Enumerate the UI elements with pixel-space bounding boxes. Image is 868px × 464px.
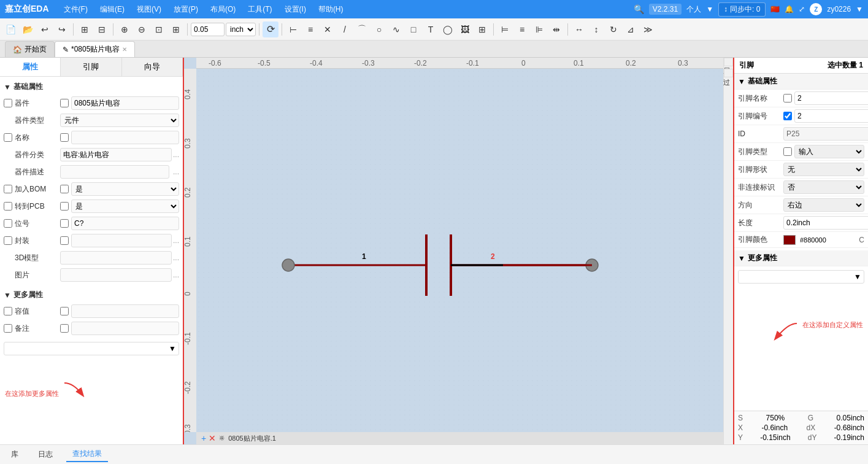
user-dropdown-icon[interactable]: ▼ (856, 5, 863, 14)
desc-input[interactable] (60, 165, 169, 179)
menu-layout[interactable]: 布局(O) (208, 3, 238, 16)
add-sheet-icon[interactable]: + (201, 433, 206, 443)
desc-more-icon[interactable]: ... (173, 168, 179, 176)
right-more-props-header[interactable]: ▼ 更多属性 (734, 250, 868, 266)
vtab-filter[interactable]: 过滤 (724, 69, 733, 77)
image-button[interactable]: 🖼 (457, 21, 473, 37)
footprint-vis-checkbox[interactable] (60, 236, 69, 245)
more-button[interactable]: ≫ (640, 21, 656, 37)
rotate-button[interactable]: ↻ (605, 21, 621, 37)
panel-tab-pins[interactable]: 引脚 (61, 58, 121, 76)
zoom-area-button[interactable]: ⊞ (168, 21, 184, 37)
table-button[interactable]: ⊞ (474, 21, 490, 37)
ellipse-button[interactable]: ◯ (440, 21, 456, 37)
designator-input[interactable] (71, 217, 179, 230)
pcb-vis-checkbox[interactable] (60, 202, 69, 211)
name-input[interactable] (71, 131, 179, 144)
designator-checkbox[interactable] (4, 219, 12, 228)
panel-tab-attributes[interactable]: 属性 (0, 58, 61, 76)
menu-place[interactable]: 放置(P) (171, 3, 201, 16)
pinname-input[interactable] (794, 91, 868, 105)
bom-checkbox[interactable] (4, 185, 12, 193)
length-input[interactable] (783, 216, 868, 230)
grid-button[interactable]: ⊞ (77, 21, 93, 37)
bom-select[interactable]: 是 否 (71, 182, 179, 196)
device-vis-checkbox[interactable] (60, 99, 69, 107)
pintype-select[interactable]: 输入 输出 双向 无源 (794, 145, 864, 158)
circle-button[interactable]: ○ (371, 21, 387, 37)
undo-button[interactable]: ↩ (37, 21, 53, 37)
pinname-checkbox[interactable] (783, 94, 792, 102)
redo-button[interactable]: ↪ (54, 21, 70, 37)
flip-h-button[interactable]: ↔ (571, 21, 587, 37)
open-button[interactable]: 📂 (20, 21, 36, 37)
devicetype-select[interactable]: 元件 模块 (60, 114, 179, 127)
sync-button[interactable]: ↕ 同步中: 0 (718, 2, 766, 17)
menu-file[interactable]: 文件(F) (61, 3, 90, 16)
canvas-content[interactable]: 1 2 (196, 69, 723, 432)
designator-vis-checkbox[interactable] (60, 219, 69, 228)
avatar[interactable]: Z (810, 3, 822, 15)
tab-home[interactable]: 🏠 开始页 (5, 41, 55, 57)
zoom-out-button[interactable]: ⊖ (134, 21, 150, 37)
pintype-checkbox[interactable] (783, 147, 792, 156)
name-vis-checkbox[interactable] (60, 133, 69, 142)
category-more-icon[interactable]: ... (173, 150, 179, 159)
tab-component[interactable]: ✎ *0805贴片电容 ✕ (55, 41, 135, 57)
direction-select[interactable]: 右边 左边 上边 下边 (783, 198, 864, 212)
footprint-checkbox[interactable] (4, 236, 12, 245)
note-checkbox[interactable] (4, 324, 12, 333)
align-left-button[interactable]: ⊨ (497, 21, 513, 37)
image-input[interactable] (60, 268, 172, 282)
name-checkbox[interactable] (4, 133, 12, 142)
line-button[interactable]: / (337, 21, 353, 37)
grid-value-input[interactable] (191, 23, 225, 36)
notification-icon[interactable]: 🔔 (785, 5, 794, 14)
tab-close-icon[interactable]: ✕ (122, 46, 127, 53)
rect-button[interactable]: □ (405, 21, 421, 37)
menu-settings[interactable]: 设置(I) (282, 3, 309, 16)
junction-button[interactable]: ✕ (320, 21, 336, 37)
vtab-attributes[interactable]: 属性 (724, 58, 733, 66)
nonconn-select[interactable]: 否 是 (783, 180, 864, 194)
wire-button[interactable]: ⟳ (263, 21, 278, 37)
note-input[interactable] (71, 322, 179, 335)
pin-color-swatch[interactable] (783, 235, 796, 245)
note-vis-checkbox[interactable] (60, 324, 69, 333)
capacitance-checkbox[interactable] (4, 307, 12, 315)
more-props-header[interactable]: ▼ 更多属性 (2, 287, 180, 303)
category-input[interactable] (60, 148, 172, 161)
pin-color-reset-icon[interactable]: C (859, 236, 864, 244)
pinnumber-checkbox[interactable] (783, 112, 792, 120)
add-custom-prop-dropdown[interactable]: ▼ (738, 270, 864, 284)
snap-button[interactable]: ⊟ (94, 21, 110, 37)
footprint-input[interactable] (71, 234, 172, 247)
menu-help[interactable]: 帮助(H) (316, 3, 346, 16)
image-more-icon[interactable]: ... (173, 271, 179, 279)
device-checkbox[interactable] (4, 99, 12, 107)
model3d-more-icon[interactable]: ... (173, 253, 179, 262)
pin-button[interactable]: ⊢ (285, 21, 301, 37)
align-right-button[interactable]: ⊫ (531, 21, 547, 37)
expand-icon[interactable]: ⤢ (799, 5, 805, 14)
bus-button[interactable]: ≡ (302, 21, 318, 37)
text-button[interactable]: T (423, 21, 439, 37)
bottom-tab-library[interactable]: 库 (5, 447, 25, 462)
dropdown-icon[interactable]: ▼ (706, 5, 713, 14)
pinshape-select[interactable]: 无 反相 时钟 (783, 163, 864, 176)
capacitance-vis-checkbox[interactable] (60, 307, 69, 315)
pinnumber-input[interactable] (794, 109, 868, 123)
rotate2-button[interactable]: ⊿ (623, 21, 639, 37)
panel-tab-wizard[interactable]: 向导 (122, 58, 183, 76)
bottom-tab-log[interactable]: 日志 (32, 447, 59, 462)
flip-v-button[interactable]: ↕ (588, 21, 604, 37)
bottom-tab-search[interactable]: 查找结果 (66, 447, 108, 462)
new-button[interactable]: 📄 (2, 21, 18, 37)
model3d-input[interactable] (60, 251, 172, 265)
capacitance-input[interactable] (71, 304, 179, 318)
basic-props-header[interactable]: ▼ 基础属性 (2, 79, 180, 95)
add-more-props-dropdown[interactable]: ▼ (4, 342, 179, 355)
search-icon[interactable]: 🔍 (634, 4, 644, 14)
arc-button[interactable]: ⌒ (354, 21, 370, 37)
menu-edit[interactable]: 编辑(E) (98, 3, 127, 16)
